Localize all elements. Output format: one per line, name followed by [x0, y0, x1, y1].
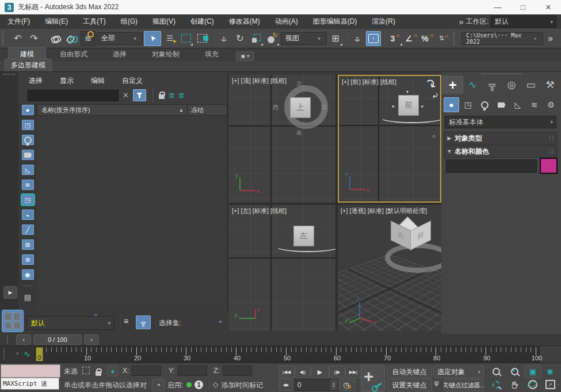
expand-tree-icon[interactable]: ≣ — [169, 91, 174, 100]
viewcube-face[interactable]: 上 — [290, 97, 311, 118]
degradation-level-badge[interactable]: 1 — [194, 380, 203, 389]
undo-button[interactable]: ↶ — [10, 31, 25, 46]
panel-grip[interactable] — [482, 73, 522, 74]
category-cameras[interactable] — [494, 97, 509, 112]
tab-modify[interactable]: ∿ — [463, 76, 483, 94]
adaptive-degradation-toggle[interactable]: ◔ — [152, 379, 165, 391]
clear-search-icon[interactable]: ✕ — [123, 91, 129, 100]
menu-modifiers[interactable]: 修改器(M) — [222, 14, 268, 29]
select-and-move-button[interactable]: ↔↕ — [216, 31, 231, 46]
unlink-selection-button[interactable] — [64, 31, 79, 46]
viewport-perspective[interactable]: [+] [透视] [标准] [默认明暗处理] 左 前 z x y — [338, 205, 441, 331]
go-to-start-button[interactable]: |◀◀ — [278, 366, 295, 378]
tab-motion[interactable]: ◎ — [502, 76, 521, 94]
zoom-button[interactable] — [487, 366, 505, 377]
ribbon-tab-freeform[interactable]: 自由形式 — [48, 48, 99, 61]
tab-create[interactable]: + — [442, 76, 463, 94]
frozen-column-header[interactable]: 冻结 — [187, 105, 227, 115]
category-helpers[interactable]: ◺ — [510, 97, 525, 112]
workspace-dropdown[interactable]: 默认 ▾ — [491, 16, 556, 28]
filter-button[interactable] — [133, 89, 146, 101]
ribbon-tab-populate[interactable]: 填充 — [193, 48, 230, 61]
viewport-label-left[interactable]: [+] [左] [标准] [线框] — [232, 207, 287, 215]
select-by-name-button[interactable]: ☰➤ — [162, 31, 177, 46]
display-spacewarps-toggle[interactable]: ≋ — [22, 180, 34, 190]
menubar-overflow-icon[interactable]: » — [456, 17, 466, 26]
frame-spinner[interactable]: ▴▾ — [330, 379, 337, 390]
x-coordinate-field[interactable] — [132, 366, 161, 376]
display-hidden-toggle[interactable]: ◉ — [22, 269, 34, 280]
category-shapes[interactable]: ◳ — [460, 97, 476, 112]
select-and-manipulate-button[interactable]: ↔↕ — [350, 31, 365, 46]
select-and-rotate-button[interactable]: ↻ — [232, 31, 247, 46]
toolbar-grip[interactable] — [453, 32, 458, 45]
viewcube-roll-dot[interactable]: ○ — [433, 134, 436, 139]
viewport-front-active[interactable]: [+] [前] [标准] [线框] ↷ ↷ ▾ ▸ ◂ 前 ○ z x — [338, 75, 441, 203]
menu-animation[interactable]: 动画(A) — [268, 14, 306, 29]
set-keys-button[interactable]: + — [361, 365, 385, 392]
display-helpers-toggle[interactable]: ◺ — [22, 165, 34, 175]
viewcube-3d[interactable]: 左 前 — [391, 218, 430, 254]
key-filters-button[interactable]: 关键点过滤器... — [444, 379, 484, 391]
percent-snap-toggle-button[interactable]: %∩ — [420, 31, 435, 46]
dock-grip[interactable] — [3, 74, 15, 75]
list-view-icon[interactable]: ▤ — [22, 292, 34, 302]
viewcube-arrow-left[interactable]: ▸ — [392, 104, 395, 109]
z-coordinate-field[interactable] — [223, 366, 252, 376]
viewport-layout-tab-button[interactable] — [2, 310, 24, 332]
zoom-extents-all-button[interactable]: ▣ — [541, 366, 559, 377]
select-and-place-button[interactable]: ↻ — [265, 31, 280, 46]
resize-grip-icon[interactable]: ⋰ — [552, 383, 559, 391]
menu-views[interactable]: 视图(V) — [145, 14, 183, 29]
explorer-rows-empty[interactable] — [37, 116, 227, 311]
ribbon-config-button[interactable]: ▣▾ — [236, 51, 254, 61]
use-pivot-center-button[interactable]: ⊞ — [328, 31, 343, 46]
viewcube-face[interactable]: 前 — [398, 95, 419, 116]
minimize-button[interactable]: — — [485, 1, 510, 14]
reference-coordinate-dropdown[interactable]: 视图 ▾ — [281, 32, 327, 45]
category-lights[interactable] — [477, 97, 493, 112]
display-cameras-toggle[interactable] — [22, 150, 34, 160]
select-and-scale-button[interactable] — [249, 31, 264, 46]
ribbon-tab-object-paint[interactable]: 对象绘制 — [140, 48, 191, 61]
display-bones-toggle[interactable]: ╱ — [22, 224, 34, 235]
rectangular-selection-region-button[interactable] — [178, 31, 193, 46]
pan-button[interactable] — [506, 379, 523, 390]
time-configuration-button[interactable]: ◷⚙ — [339, 379, 355, 391]
viewcube-arrow-right[interactable]: ◂ — [421, 104, 423, 109]
menu-file[interactable]: 文件(F) — [0, 14, 37, 29]
explorer-menu-edit[interactable]: 编辑 — [91, 76, 105, 87]
previous-frame-slider-button[interactable]: ‹ — [16, 334, 31, 345]
menu-graph-editors[interactable]: 图形编辑器(D) — [306, 14, 365, 29]
keyboard-override-toggle[interactable]: ↑ — [366, 31, 381, 46]
trackbar-grip[interactable] — [3, 349, 8, 359]
maximize-button[interactable]: □ — [510, 1, 536, 14]
display-groups-toggle[interactable]: ◳ — [22, 195, 34, 205]
tab-hierarchy[interactable]: ╦ — [482, 76, 502, 94]
display-containers-toggle[interactable]: ◒ — [22, 210, 34, 220]
zoom-region-button[interactable] — [487, 379, 505, 390]
pliers-icon[interactable]: ⋔ — [433, 379, 440, 388]
expand-panel-button[interactable]: ▶ — [3, 286, 17, 299]
display-shapes-toggle[interactable]: ◳ — [22, 120, 34, 130]
tab-display[interactable]: ▭ — [521, 76, 541, 94]
toolbar-overflow-icon[interactable]: » — [544, 33, 555, 44]
object-name-field[interactable] — [446, 159, 537, 173]
viewport-top[interactable]: [+] [顶] [标准] [线框] 上 北 南 西 东 y x — [229, 75, 335, 203]
close-button[interactable]: ✕ — [536, 1, 561, 14]
spinner-snap-toggle-button[interactable]: ⇅∩ — [436, 31, 451, 46]
maxscript-mini-listener[interactable]: MAXScript 迷 — [1, 378, 59, 390]
project-folder-dropdown[interactable]: C:\Users\··· Max 2022 ▾ — [461, 32, 543, 45]
mini-curve-editor-button[interactable]: ≡∿ — [21, 348, 33, 360]
menu-rendering[interactable]: 渲染(R) — [364, 14, 403, 29]
auto-key-button[interactable]: 自动关键点 — [387, 366, 432, 378]
current-frame-marker[interactable]: 0 — [36, 347, 43, 361]
absolute-offset-toggle[interactable]: ◈ — [107, 366, 119, 376]
search-input[interactable] — [28, 90, 119, 101]
category-geometry[interactable]: ● — [444, 97, 459, 112]
lock-icon[interactable] — [159, 94, 165, 99]
play-button[interactable]: ▶ — [311, 366, 329, 378]
maxscript-listener-pink[interactable] — [1, 364, 60, 378]
redo-button[interactable]: ↷ — [26, 31, 41, 46]
sort-ascending-icon[interactable]: ▲ — [179, 108, 184, 113]
